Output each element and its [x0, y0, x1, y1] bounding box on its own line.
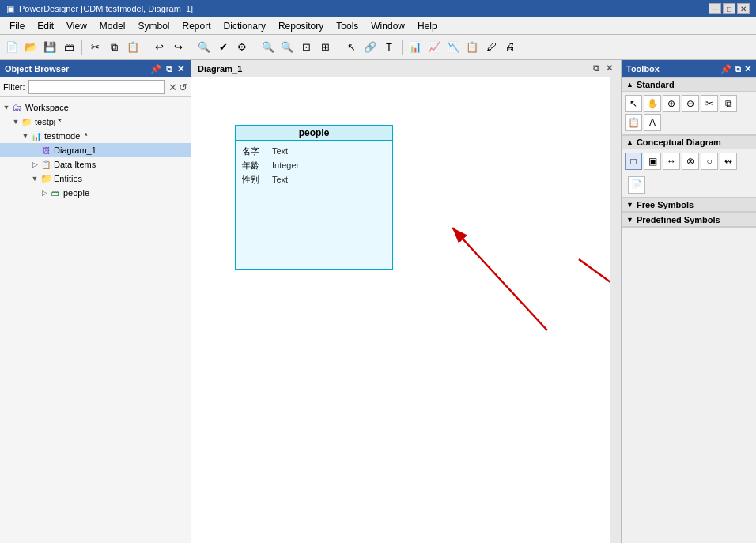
close-button[interactable]: ✕: [737, 3, 750, 14]
toolbar-extra4[interactable]: 📋: [463, 39, 481, 56]
tool-inherit[interactable]: ○: [701, 153, 718, 170]
attr-row-0: 名字 Text: [242, 144, 386, 158]
tool-text[interactable]: A: [644, 114, 661, 131]
tool-paste[interactable]: 📋: [625, 114, 642, 131]
toolbar-check[interactable]: ✔: [214, 39, 232, 56]
toolbox-float[interactable]: ⧉: [735, 64, 741, 74]
toolbar-sep-2: [146, 40, 146, 55]
tool-zoom-out[interactable]: ⊖: [682, 95, 699, 112]
toolbar-open[interactable]: 📂: [22, 39, 40, 56]
tool-entity[interactable]: □: [625, 153, 642, 170]
tree-item-diagram1[interactable]: 🖼 Diagram_1: [0, 143, 191, 157]
toolbar-undo[interactable]: ↩: [150, 39, 168, 56]
toolbar-extra3[interactable]: 📉: [444, 39, 462, 56]
toolbar-generate[interactable]: ⚙: [233, 39, 251, 56]
tree-item-testpj[interactable]: ▼ 📁 testpj *: [0, 115, 191, 129]
toolbox-section-free-symbols-header[interactable]: ▼ Free Symbols: [622, 198, 756, 212]
menu-report[interactable]: Report: [176, 19, 217, 33]
object-browser-close[interactable]: ✕: [176, 64, 186, 74]
tool-hand[interactable]: ✋: [644, 95, 661, 112]
toolbar-zoom-all[interactable]: ⊡: [297, 39, 315, 56]
toolbox-pin[interactable]: 📌: [720, 64, 731, 74]
tool-relationship[interactable]: ↔: [663, 153, 680, 170]
menu-dictionary[interactable]: Dictionary: [217, 19, 272, 33]
menu-help[interactable]: Help: [411, 19, 444, 33]
toolbar-new[interactable]: 📄: [3, 39, 21, 56]
tree-item-people[interactable]: ▷ 🗃 people: [0, 186, 191, 200]
menu-view[interactable]: View: [60, 19, 93, 33]
tree-item-entities[interactable]: ▼ 📁 Entities: [0, 172, 191, 186]
entity-people[interactable]: people 名字 Text 年龄 Integer 性别 Text: [235, 125, 393, 270]
diagram-float-button[interactable]: ⧉: [592, 63, 601, 74]
toolbar-zoom-out[interactable]: 🔍: [278, 39, 296, 56]
svg-line-1: [452, 228, 547, 330]
toolbox-section-standard-header[interactable]: ▲ Standard: [622, 77, 756, 92]
tool-link[interactable]: ↭: [720, 153, 737, 170]
toolbar-extra5[interactable]: 🖊: [482, 39, 500, 56]
menu-window[interactable]: Window: [365, 19, 411, 33]
toolbar-extra1[interactable]: 📊: [406, 39, 424, 56]
diagram-close-button[interactable]: ✕: [604, 63, 614, 74]
toolbar-sep-6: [402, 40, 403, 55]
toolbox-close[interactable]: ✕: [744, 64, 751, 74]
tool-copy[interactable]: ⧉: [720, 95, 737, 112]
filter-input[interactable]: [28, 80, 166, 94]
conceptual-chevron: ▲: [626, 138, 633, 146]
object-browser-float[interactable]: ⧉: [164, 64, 174, 74]
minimize-button[interactable]: ─: [709, 3, 721, 14]
tool-assoc[interactable]: ⊗: [682, 153, 699, 170]
menu-repository[interactable]: Repository: [272, 19, 330, 33]
toolbar-save[interactable]: 💾: [41, 39, 59, 56]
toolbar-link[interactable]: 🔗: [361, 39, 379, 56]
main-layout: Object Browser 📌 ⧉ ✕ Filter: ✕ ↺ ▼ 🗂 Wor…: [0, 60, 756, 543]
tree-item-testmodel[interactable]: ▼ 📊 testmodel *: [0, 129, 191, 143]
toolbar-find[interactable]: 🔍: [195, 39, 213, 56]
toolbar-text[interactable]: T: [380, 39, 398, 56]
toolbar-extra2[interactable]: 📈: [425, 39, 443, 56]
toolbox-section-free-symbols: ▼ Free Symbols: [622, 198, 756, 213]
tool-zoom-in[interactable]: ⊕: [663, 95, 680, 112]
toolbar-sep-1: [81, 40, 82, 55]
tool-pointer[interactable]: ↖: [625, 95, 642, 112]
toolbar-pointer[interactable]: ↖: [342, 39, 360, 56]
conceptual-extra-icons: 📄: [622, 173, 756, 197]
menu-file[interactable]: File: [3, 19, 31, 33]
menu-edit[interactable]: Edit: [31, 19, 60, 33]
free-symbols-label: Free Symbols: [637, 200, 694, 209]
menu-symbol[interactable]: Symbol: [132, 19, 176, 33]
toolbar-paste[interactable]: 📋: [124, 39, 142, 56]
menu-tools[interactable]: Tools: [330, 19, 365, 33]
toolbar-zoom-select[interactable]: ⊞: [316, 39, 334, 56]
workspace-icon: 🗂: [11, 101, 24, 114]
attr-type-2: Text: [272, 172, 288, 187]
toolbar-save-all[interactable]: 🗃: [60, 39, 77, 56]
menu-model[interactable]: Model: [93, 19, 132, 33]
tool-note[interactable]: 📄: [628, 176, 645, 194]
tree-item-dataitems[interactable]: ▷ 📋 Data Items: [0, 157, 191, 172]
toolbar-zoom-in[interactable]: 🔍: [259, 39, 277, 56]
app-icon: ▣: [6, 4, 14, 14]
toolbox-section-predefined-header[interactable]: ▼ Predefined Symbols: [622, 213, 756, 227]
tool-entity-inherit[interactable]: ▣: [644, 153, 661, 170]
diagram-controls: ⧉ ✕: [592, 63, 614, 74]
tree-item-workspace[interactable]: ▼ 🗂 Workspace: [0, 100, 191, 115]
toolbar-sep-3: [191, 40, 191, 55]
toolbar-copy[interactable]: ⧉: [105, 39, 123, 56]
tree-view: ▼ 🗂 Workspace ▼ 📁 testpj * ▼ 📊 testmodel…: [0, 97, 191, 543]
people-icon: 🗃: [49, 187, 62, 199]
diagram-canvas[interactable]: people 名字 Text 年龄 Integer 性别 Text: [191, 77, 621, 543]
filter-clear-icon[interactable]: ✕: [168, 81, 177, 93]
toolbar-redo[interactable]: ↪: [169, 39, 187, 56]
tool-cut[interactable]: ✂: [701, 95, 718, 112]
object-browser-pin[interactable]: 📌: [149, 64, 163, 74]
toolbar-extra6[interactable]: 🖨: [501, 39, 519, 56]
diagram-scrollbar[interactable]: [610, 77, 621, 543]
expand-entities: ▼: [30, 175, 40, 183]
toolbar-cut[interactable]: ✂: [86, 39, 104, 56]
maximize-button[interactable]: □: [723, 3, 735, 14]
standard-label: Standard: [637, 80, 675, 89]
toolbox-section-conceptual-header[interactable]: ▲ Conceptual Diagram: [622, 135, 756, 149]
filter-refresh-icon[interactable]: ↺: [179, 81, 187, 93]
expand-people: ▷: [40, 189, 49, 197]
entity-body: 名字 Text 年龄 Integer 性别 Text: [236, 141, 392, 190]
